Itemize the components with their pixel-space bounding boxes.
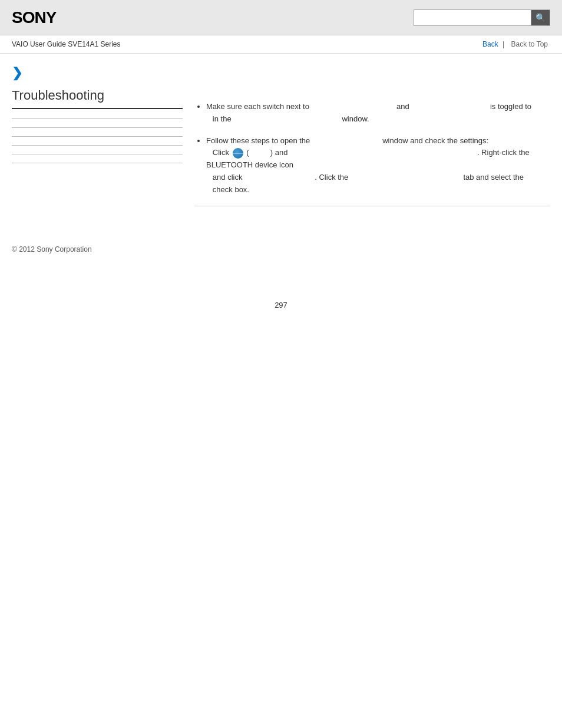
- nav-separator: |: [503, 40, 506, 48]
- sidebar-divider-1: [12, 118, 183, 119]
- bullet2-paren-open: (: [246, 148, 249, 157]
- bullet2-tab-select: tab and select the: [463, 173, 524, 182]
- guide-title: VAIO User Guide SVE14A1 Series: [12, 40, 121, 48]
- bullet1-window: window.: [342, 114, 369, 123]
- bullet2-gap1: [312, 136, 381, 145]
- back-link[interactable]: Back: [482, 40, 498, 48]
- search-icon: 🔍: [535, 13, 546, 22]
- footer: © 2012 Sony Corporation: [0, 228, 562, 265]
- sidebar-divider-4: [12, 145, 183, 146]
- sidebar: ❯ Troubleshooting: [12, 65, 183, 216]
- content-divider: [194, 206, 550, 206]
- search-input[interactable]: [414, 9, 531, 26]
- bullet2-click: Click: [206, 148, 229, 157]
- bullet2-and-click: and click: [206, 173, 242, 182]
- sidebar-divider-6: [12, 163, 183, 163]
- sony-logo: SONY: [12, 8, 56, 27]
- chevron-right-icon: ❯: [12, 65, 183, 81]
- bullet2-paren-close-and: ) and: [270, 148, 288, 157]
- header: SONY 🔍: [0, 0, 562, 35]
- bullet2-checkbox: check box.: [206, 185, 249, 194]
- bullet1-text-gap1: [233, 114, 340, 123]
- bullet2-text1: Follow these steps to open the: [206, 136, 310, 145]
- nav-links: Back | Back to Top: [482, 40, 550, 48]
- back-to-top-label: Back to Top: [511, 40, 548, 48]
- bullet1-text4: and: [396, 102, 409, 111]
- breadcrumb-bar: VAIO User Guide SVE14A1 Series Back | Ba…: [0, 35, 562, 54]
- bullet2-gap2: [251, 148, 268, 157]
- copyright-text: © 2012 Sony Corporation: [12, 245, 92, 253]
- bullet2-click-the: . Click the: [315, 173, 348, 182]
- bullet1-text5: is toggled to: [490, 102, 531, 111]
- bullet2-gap5: [351, 173, 461, 182]
- sidebar-title: Troubleshooting: [12, 88, 183, 109]
- list-item-1: Make sure each switch next to and is tog…: [206, 101, 550, 126]
- globe-icon: [233, 148, 243, 159]
- bullet1-text5a: [411, 102, 488, 111]
- bullet1-text2: [311, 102, 394, 111]
- search-button[interactable]: 🔍: [531, 9, 550, 26]
- bullet2-text2: window and check the settings:: [382, 136, 488, 145]
- bullet2-gap4: [244, 173, 313, 182]
- list-item-2: Follow these steps to open the window an…: [206, 135, 550, 196]
- sidebar-divider-5: [12, 154, 183, 154]
- bullet2-gap3: [290, 148, 475, 157]
- content-list: Make sure each switch next to and is tog…: [194, 101, 550, 196]
- back-to-top-link[interactable]: Back to Top: [509, 40, 550, 48]
- bullet1-text1: Make sure each switch next to: [206, 102, 309, 111]
- bullet1-text-in: in the: [206, 114, 232, 123]
- right-content: Make sure each switch next to and is tog…: [194, 65, 550, 216]
- main-content: ❯ Troubleshooting Make sure each switch …: [0, 54, 562, 228]
- search-area: 🔍: [414, 9, 550, 26]
- sidebar-divider-2: [12, 127, 183, 128]
- page-number: 297: [0, 289, 562, 321]
- sidebar-divider-3: [12, 136, 183, 137]
